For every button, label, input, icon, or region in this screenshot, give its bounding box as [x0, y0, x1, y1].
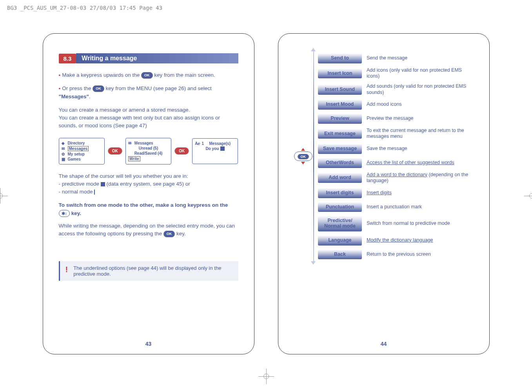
crop-mark-left	[0, 188, 8, 204]
menu-button: Insert Mood	[318, 99, 362, 110]
menu-row: Insert Sound Add sounds (only valid for …	[318, 83, 474, 96]
menu-row: Predictive/ Normal mode Switch from norm…	[318, 216, 474, 231]
menu-desc: Return to the previous screen	[367, 251, 474, 258]
bullet-line-2: •Or press the OK key from the MENU (see …	[59, 85, 238, 101]
section-header: 8.3 Writing a message	[59, 53, 238, 63]
phone-screen-1: ◈Directory ✉Messages ✿My setup ▦Games	[59, 138, 105, 164]
text: To switch from one mode to the other, ma…	[59, 202, 228, 208]
text-underlined: Access the list of other suggested words	[367, 160, 454, 165]
menu-row: Save message Save the message	[318, 144, 474, 154]
menu-row: Add word Add a word to the dictionary (d…	[318, 172, 474, 184]
text: You can create a message or amend a stor…	[59, 107, 190, 113]
text: key from the MENU (see page 26) and sele…	[106, 85, 212, 91]
menu-desc: Insert a punctuation mark	[367, 204, 474, 210]
page-number: 44	[381, 341, 387, 347]
menu-row: Exit message To exit the current message…	[318, 128, 474, 140]
file-header: BG3 _PCS_AUS_UM_27-08-03 27/08/03 17:45 …	[7, 5, 162, 11]
ok-key-icon: OK	[93, 85, 104, 92]
cursor-block-icon	[220, 146, 225, 151]
note-box: ! The underlined options (see page 44) w…	[59, 261, 238, 281]
menu-desc: Save the message	[367, 146, 474, 152]
messages-icon: ✉	[128, 141, 133, 145]
text-underlined: Modify the dictionary language	[367, 237, 433, 243]
menu-desc: Access the list of other suggested words	[367, 160, 474, 166]
text: You can create a message with text only …	[59, 115, 220, 128]
phone-screens-row: ◈Directory ✉Messages ✿My setup ▦Games OK…	[59, 138, 238, 164]
menu-item: Games	[68, 157, 81, 161]
bullet-icon: •	[59, 72, 61, 78]
text: Do you	[205, 146, 219, 151]
star-key-icon: ✱↕	[59, 210, 70, 217]
ok-button-icon: OK	[174, 147, 189, 155]
menu-item: Directory	[68, 141, 85, 145]
text: The shape of the cursor will tell you wh…	[59, 173, 188, 179]
paragraph: You can create a message or amend a stor…	[59, 106, 238, 130]
text: Or press the	[62, 85, 93, 91]
cursor-line-icon	[94, 190, 95, 195]
menu-button: Insert Sound	[318, 85, 362, 95]
setup-icon: ✿	[62, 152, 66, 156]
text: - normal mode	[59, 189, 94, 195]
phone-screen-2: ✉Messages Unread (5) Read/Saved (4) Writ…	[125, 138, 171, 164]
games-icon: ▦	[62, 157, 66, 161]
text: .	[89, 94, 91, 99]
page-spread: 8.3 Writing a message •Make a keypress u…	[0, 0, 532, 354]
menu-button: Preview	[318, 114, 362, 124]
crop-mark-center	[258, 369, 274, 384]
switch-mode-paragraph: To switch from one mode to the other, ma…	[59, 201, 238, 217]
menu-item: My setup	[68, 152, 85, 156]
menu-row: Back Return to the previous screen	[318, 249, 474, 260]
edit-icon: Aⅇ	[195, 141, 200, 146]
note-text: The underlined options (see page 44) wil…	[73, 265, 232, 277]
menu-button: Predictive/ Normal mode	[318, 216, 362, 231]
text: key from the main screen.	[154, 72, 215, 78]
crop-mark-right	[524, 188, 532, 204]
menu-desc: Preview the message	[367, 116, 474, 122]
arrow-up-icon	[301, 148, 305, 151]
menu-row: Insert digits Insert digits	[318, 188, 474, 198]
menu-row: Preview Preview the message	[318, 114, 474, 124]
menu-item-selected: Write	[128, 156, 140, 161]
menu-button: Save message	[318, 144, 362, 154]
text: While writing the message, depending on …	[59, 223, 235, 237]
menu-row: Send to Send the message	[318, 53, 474, 63]
list-bottom-arrow-icon	[311, 261, 316, 265]
ok-oval: OK	[294, 152, 313, 161]
menu-button: OtherWords	[318, 158, 362, 168]
text-bold: "Messages"	[59, 94, 89, 99]
text-underlined: Add a word to the dictionary	[367, 172, 427, 177]
page-number: 43	[145, 341, 152, 347]
ok-button-icon: OK	[108, 147, 122, 155]
cursor-paragraph: The shape of the cursor will tell you wh…	[59, 172, 238, 196]
ok-nav-control: OK	[294, 148, 313, 164]
menu-button: Insert digits	[318, 188, 362, 198]
menu-button: Add word	[318, 173, 362, 183]
messages-icon: ✉	[62, 146, 66, 150]
menu-desc: Send the message	[367, 55, 474, 61]
text: key.	[71, 210, 81, 216]
page-left: 8.3 Writing a message •Make a keypress u…	[43, 33, 254, 354]
ok-key-icon: OK	[298, 154, 309, 159]
menu-button: Send to	[318, 53, 362, 63]
bullet-line-1: •Make a keypress upwards on the OK key f…	[59, 71, 238, 79]
menu-button: Back	[318, 249, 362, 260]
ok-key-icon: OK	[163, 231, 175, 238]
menu-desc: Modify the dictionary language	[367, 237, 474, 244]
menu-desc: Add icons (only valid for non protected …	[367, 67, 474, 79]
menu-desc: Switch from normal to predictive mode	[367, 220, 474, 227]
menu-desc: Add a word to the dictionary (depending …	[367, 172, 474, 184]
screen-title: Messages	[134, 141, 153, 145]
count: 1	[202, 141, 204, 146]
menu-row: Insert Icon Add icons (only valid for no…	[318, 67, 474, 79]
text: Make a keypress upwards on the	[62, 72, 141, 78]
ok-key-icon: OK	[141, 72, 153, 79]
menu-row: Punctuation Insert a punctuation mark	[318, 202, 474, 212]
menu-desc: Add mood icons	[367, 101, 474, 108]
section-number: 8.3	[59, 54, 76, 63]
menu-desc: Insert digits	[367, 190, 474, 196]
menu-list: Send to Send the message Insert Icon Add…	[318, 53, 474, 259]
directory-icon: ◈	[62, 141, 66, 145]
text: key.	[176, 231, 186, 237]
section-title: Writing a message	[76, 53, 238, 63]
menu-row: OtherWords Access the list of other sugg…	[318, 158, 474, 168]
